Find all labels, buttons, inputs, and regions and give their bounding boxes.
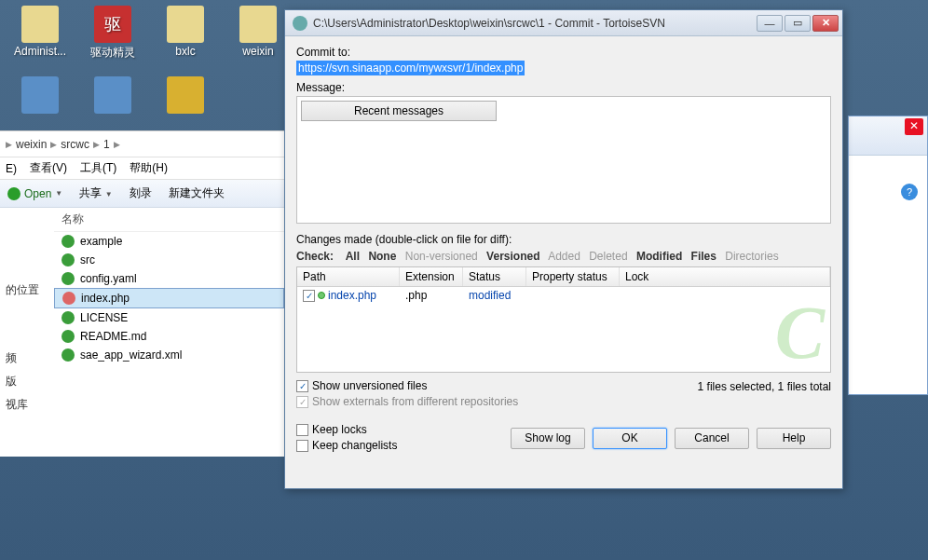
modified-icon (318, 292, 325, 299)
filter-directories[interactable]: Directories (725, 250, 778, 263)
menu-tools[interactable]: 工具(T) (80, 160, 116, 176)
explorer-window: ▶weixin ▶srcwc ▶1 ▶ E) 查看(V) 工具(T) 帮助(H)… (0, 130, 284, 457)
close-icon[interactable]: ✕ (905, 118, 923, 135)
commit-to-label: Commit to: (296, 46, 831, 59)
column-header-name[interactable]: 名称 (54, 208, 284, 232)
message-box: Recent messages (296, 96, 831, 224)
file-icon (62, 292, 75, 305)
filter-modified[interactable]: Modified (636, 250, 682, 263)
col-lock[interactable]: Lock (620, 267, 830, 286)
keep-locks-label: Keep locks (312, 423, 367, 436)
explorer-menubar: E) 查看(V) 工具(T) 帮助(H) (0, 157, 284, 180)
ok-button[interactable]: OK (593, 428, 667, 449)
watermark-icon: C (775, 291, 825, 373)
background-window: ✕ ? (848, 116, 928, 395)
minimize-button[interactable]: — (757, 15, 783, 32)
desktop-icon-administrator[interactable]: Administ... (7, 6, 73, 58)
commit-dialog: C:\Users\Administrator\Desktop\weixin\sr… (284, 9, 843, 489)
filter-added[interactable]: Added (548, 250, 580, 263)
desktop-icon-app1[interactable] (80, 76, 145, 116)
menu-view[interactable]: 查看(V) (30, 160, 67, 176)
file-row[interactable]: README.md (54, 327, 284, 346)
filter-none[interactable]: None (368, 250, 396, 263)
menu-edit[interactable]: E) (6, 162, 17, 175)
keep-locks-checkbox[interactable] (296, 424, 308, 436)
show-externals-label: Show externals from different repositori… (312, 395, 518, 408)
show-log-button[interactable]: Show log (511, 428, 585, 449)
file-list: 名称 example src config.yaml index.php LIC… (54, 208, 284, 457)
file-row-selected[interactable]: index.php (54, 288, 284, 308)
menu-help[interactable]: 帮助(H) (130, 160, 168, 176)
window-title: C:\Users\Administrator\Desktop\weixin\sr… (313, 17, 757, 30)
row-checkbox[interactable]: ✓ (303, 290, 315, 302)
file-icon (61, 330, 75, 343)
file-icon (61, 272, 75, 285)
folder-icon (61, 235, 75, 248)
maximize-button[interactable]: ▭ (785, 15, 811, 32)
desktop-icon-driver[interactable]: 驱驱动精灵 (80, 6, 145, 61)
file-row[interactable]: src (54, 251, 284, 269)
burn-button[interactable]: 刻录 (130, 185, 152, 201)
file-row[interactable]: example (54, 232, 284, 251)
filter-nonversioned[interactable]: Non-versioned (405, 250, 478, 263)
file-row[interactable]: config.yaml (54, 269, 284, 288)
filter-files[interactable]: Files (691, 250, 716, 263)
keep-changelists-label: Keep changelists (312, 439, 397, 452)
col-property-status[interactable]: Property status (526, 267, 620, 286)
message-label: Message: (296, 81, 831, 94)
cell-ext: .php (400, 287, 463, 304)
file-icon (61, 348, 75, 362)
desktop-icon-bxlc[interactable]: bxlc (153, 6, 218, 58)
col-status[interactable]: Status (463, 267, 526, 286)
show-unversioned-checkbox[interactable]: ✓ (296, 380, 308, 392)
explorer-toolbar: Open ▼ 共享 ▼ 刻录 新建文件夹 (0, 180, 284, 208)
help-button[interactable]: Help (757, 428, 831, 449)
filter-bar: Check: All None Non-versioned Versioned … (296, 250, 831, 263)
titlebar[interactable]: C:\Users\Administrator\Desktop\weixin\sr… (285, 10, 842, 36)
help-icon[interactable]: ? (901, 184, 918, 200)
open-button[interactable]: Open ▼ (7, 187, 62, 200)
show-externals-checkbox: ✓ (296, 396, 308, 408)
app-icon (293, 16, 307, 31)
share-button[interactable]: 共享 ▼ (79, 185, 112, 201)
changes-grid: C Path Extension Status Property status … (296, 266, 831, 373)
keep-changelists-checkbox[interactable] (296, 440, 308, 452)
filter-all[interactable]: All (346, 250, 360, 263)
filter-deleted[interactable]: Deleted (589, 250, 627, 263)
filter-versioned[interactable]: Versioned (486, 250, 539, 263)
sidebar-item[interactable]: 频 (4, 347, 50, 370)
newfolder-button[interactable]: 新建文件夹 (169, 185, 225, 201)
file-row[interactable]: LICENSE (54, 308, 284, 327)
col-path[interactable]: Path (297, 267, 400, 286)
cancel-button[interactable]: Cancel (675, 428, 749, 449)
sidebar-item[interactable]: 版 (4, 370, 50, 393)
sidebar-item[interactable]: 视库 (4, 393, 50, 417)
sidebar-item[interactable]: 的位置 (4, 279, 50, 302)
show-unversioned-label: Show unversioned files (312, 379, 427, 392)
grid-row[interactable]: ✓index.php .php modified (297, 287, 830, 304)
changes-label: Changes made (double-click on file for d… (296, 233, 831, 246)
desktop-icon-weixin[interactable]: weixin (225, 6, 291, 58)
cell-status: modified (463, 287, 526, 304)
desktop-icon-computer1[interactable] (7, 76, 73, 116)
desktop-icon-app2[interactable] (153, 76, 218, 116)
check-label: Check: (296, 250, 334, 263)
col-extension[interactable]: Extension (400, 267, 463, 286)
selection-summary: 1 files selected, 1 files total (698, 380, 831, 393)
commit-url[interactable]: https://svn.sinaapp.com/mywxsvr/1/index.… (296, 61, 525, 75)
file-row[interactable]: sae_app_wizard.xml (54, 346, 284, 364)
breadcrumb[interactable]: ▶weixin ▶srcwc ▶1 ▶ (0, 131, 284, 157)
commit-message-input[interactable] (301, 125, 826, 216)
close-button[interactable]: ✕ (812, 15, 839, 32)
explorer-sidebar: 的位置 频 版 视库 (0, 208, 54, 457)
file-icon (61, 311, 75, 324)
recent-messages-button[interactable]: Recent messages (301, 101, 497, 121)
folder-icon (61, 253, 75, 266)
